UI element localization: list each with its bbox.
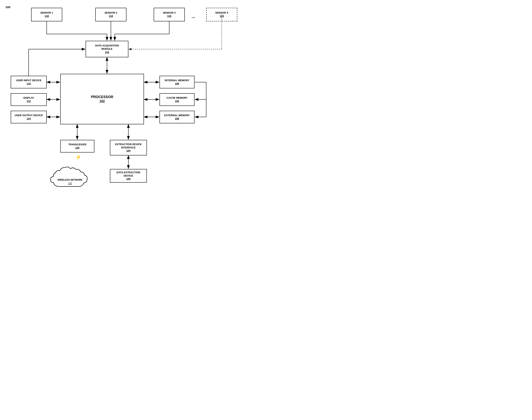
sensor3-ref: 118 [167,15,171,18]
sensor1-ref: 118 [45,15,49,18]
transceiver-ref: 120 [75,146,80,150]
display-box: DISPLAY 112 [11,93,47,106]
processor-label: PROCESSOR [91,95,113,99]
data-extraction-box: DATA EXTRACTIONDEVICE 126 [110,169,147,183]
diagram-label: 100 [5,5,10,9]
cache-memory-ref: 104 [175,100,179,103]
sensor1-label: SENSOR 1 [40,11,53,15]
user-input-ref: 110 [27,82,31,86]
transceiver-box: TRANSCEIVER 120 [60,140,94,152]
system-diagram: 100 SENSOR 1 118 SENSOR 2 118 SENSOR 3 1… [0,0,266,210]
internal-memory-box: INTERNAL MEMORY 106 [160,76,194,88]
sensor3-box: SENSOR 3 118 [154,8,185,21]
extraction-interface-label: EXTRACTION DEVICEINTERFACE [115,143,142,150]
sensor2-label: SENSOR 2 [104,11,117,15]
data-extraction-ref: 126 [126,177,130,181]
dam-label: DATA ACQUISITIONMODULE [95,44,119,51]
wireless-network-cloud: WIRELESS NETWORK 122 [49,163,91,194]
cloud-svg: WIRELESS NETWORK 122 [49,163,91,194]
internal-memory-label: INTERNAL MEMORY [164,79,189,82]
data-extraction-label: DATA EXTRACTIONDEVICE [116,171,140,178]
user-output-box: USER OUTPUT DEVICE 114 [11,111,47,123]
user-output-label: USER OUTPUT DEVICE [15,114,43,117]
display-label: DISPLAY [23,96,34,100]
transceiver-label: TRANSCEIVER [68,143,86,146]
processor-ref: 102 [100,99,105,103]
extraction-interface-ref: 124 [126,149,130,152]
dam-box: DATA ACQUISITIONMODULE 116 [86,41,128,57]
dam-ref: 116 [105,51,109,54]
sensor2-ref: 118 [109,15,113,18]
external-memory-ref: 108 [175,117,179,120]
internal-memory-ref: 106 [175,82,179,86]
sensorX-box: SENSOR X 118 [206,8,237,21]
sensorX-label: SENSOR X [215,11,228,15]
cache-memory-box: CACHE MEMORY 104 [160,93,194,106]
user-input-box: USER INPUT DEVICE 110 [11,76,47,88]
extraction-interface-box: EXTRACTION DEVICEINTERFACE 124 [110,140,147,155]
svg-text:WIRELESS NETWORK: WIRELESS NETWORK [58,179,82,181]
display-ref: 112 [27,100,31,103]
svg-text:122: 122 [68,182,72,185]
processor-box: PROCESSOR 102 [60,74,144,124]
sensor3-label: SENSOR 3 [163,11,176,15]
wireless-signal-icon: ⚡ [76,154,81,160]
external-memory-box: EXTERNAL MEMORY 108 [160,111,194,123]
user-input-label: USER INPUT DEVICE [16,79,41,82]
ellipsis: ... [192,14,195,19]
sensor2-box: SENSOR 2 118 [95,8,127,21]
external-memory-label: EXTERNAL MEMORY [164,114,190,117]
sensorX-ref: 118 [220,15,224,18]
sensor1-box: SENSOR 1 118 [31,8,62,21]
cache-memory-label: CACHE MEMORY [166,96,188,100]
user-output-ref: 114 [27,117,31,120]
